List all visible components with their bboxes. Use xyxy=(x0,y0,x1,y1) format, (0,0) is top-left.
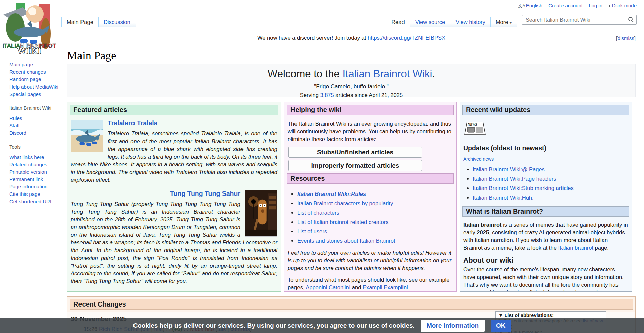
tab-view-history-link[interactable]: View history xyxy=(455,19,485,25)
update-stub-marking-link[interactable]: Italian Brainrot Wiki:Stub marking artic… xyxy=(473,185,574,191)
discord-invite-link[interactable]: https://discord.gg/TZNFEfBPSX xyxy=(368,35,445,41)
wiki-logo[interactable]: ITALIAN BRAINROT WIKI xyxy=(3,1,56,54)
search-bar xyxy=(522,15,637,25)
tab-view-history[interactable]: View history xyxy=(450,17,491,27)
sidebar-item-what-links-here[interactable]: What links here xyxy=(9,154,62,161)
example-pages-text: To understand what most pages should loo… xyxy=(288,276,453,291)
language-link[interactable]: 文AEnglish xyxy=(518,3,542,8)
stubs-unfinished-button[interactable]: Stubs/Unfinished articles xyxy=(288,147,422,158)
sidebar-item-help-mediawiki[interactable]: Help about MediaWiki xyxy=(9,83,62,91)
about-our-wiki-text: Over the course of the meme's lifespan, … xyxy=(463,266,628,292)
list-item: List of users xyxy=(297,228,453,235)
updates-subheading: Updates (oldest to newest) xyxy=(463,144,628,152)
update-page-headers-link[interactable]: Italian Brainrot Wiki:Page headers xyxy=(473,176,556,182)
what-is-text: Italian brainrot is a series of memes th… xyxy=(463,221,628,252)
more-information-button[interactable]: More information xyxy=(421,320,485,332)
improperly-formatted-button[interactable]: Improperly formatted articles xyxy=(288,160,422,171)
list-of-users-link[interactable]: List of users xyxy=(297,228,327,234)
related-creators-link[interactable]: List of Italian brainrot related creator… xyxy=(297,219,388,225)
tab-discussion[interactable]: Discussion xyxy=(98,17,136,27)
sidebar-item-random-page[interactable]: Random page xyxy=(9,76,62,83)
featured-articles-panel: Featured articles Tralalero Tralala Tral… xyxy=(67,102,281,292)
welcome-banner: Welcome to the Italian Brainrot Wiki. "F… xyxy=(67,64,636,97)
featured-articles-header: Featured articles xyxy=(70,105,278,115)
recent-changes-header: Recent Changes xyxy=(70,299,633,310)
exampli-examplini-link[interactable]: Exampli Examplini xyxy=(363,284,408,290)
svg-text:NEWS: NEWS xyxy=(467,123,477,126)
tab-read[interactable]: Read xyxy=(386,17,410,27)
sidebar-item-page-information[interactable]: Page information xyxy=(9,183,62,190)
recent-wiki-updates-panel: Recent wiki updates NEWS Updates (oldest… xyxy=(460,102,632,292)
list-of-characters-link[interactable]: List of characters xyxy=(297,210,339,216)
tralalero-tralala-image[interactable] xyxy=(71,120,103,152)
tralalero-tralala-link[interactable]: Tralalero Tralala xyxy=(108,119,158,127)
sidebar-item-cite-this-page[interactable]: Cite this page xyxy=(9,190,62,198)
sidebar-item-main-page[interactable]: Main page xyxy=(9,61,62,68)
chevron-down-icon: ▾ xyxy=(509,21,512,25)
personal-bar: 文AEnglish Create account Log in ◐Dark mo… xyxy=(513,3,637,9)
sidebar-item-related-changes[interactable]: Related changes xyxy=(9,161,62,168)
view-tabs: Read View source View history More▾ xyxy=(386,17,517,27)
dismiss-link[interactable]: dismiss xyxy=(618,35,634,41)
events-stories-link[interactable]: Events and stories about Italian Brainro… xyxy=(297,238,395,244)
page-title: Main Page xyxy=(67,49,636,65)
what-is-italian-brainrot-header: What is Italian Brainrot? xyxy=(462,206,629,217)
resources-header: Resources xyxy=(287,173,454,184)
tab-main-page[interactable]: Main Page xyxy=(61,17,99,27)
list-item: Italian Brainrot Wiki:Rules xyxy=(297,190,453,198)
update-at-pages-link[interactable]: Italian Brainrot Wiki:@ Pages xyxy=(473,166,545,172)
tab-view-source-link[interactable]: View source xyxy=(415,19,445,25)
list-item: Events and stories about Italian Brainro… xyxy=(297,237,453,245)
list-item: List of characters xyxy=(297,209,453,217)
tab-more-menu[interactable]: More▾ xyxy=(490,17,517,27)
page-tabs: Main Page Discussion xyxy=(61,17,136,27)
wiki-motto: "Frigo Camelo, buffo fardelo." xyxy=(67,83,635,90)
shark-shape xyxy=(14,27,45,37)
tung-tung-tung-sahur-link[interactable]: Tung Tung Tung Sahur xyxy=(170,190,240,198)
recent-wiki-updates-header: Recent wiki updates xyxy=(462,105,629,115)
wiki-home-link[interactable]: Italian Brainrot Wiki xyxy=(342,68,432,80)
list-item: List of Italian brainrot related creator… xyxy=(297,218,453,226)
sidebar-wiki-group: Italian Brainrot Wiki Rules Staff Discor… xyxy=(9,105,62,137)
dark-mode-icon: ◐ xyxy=(608,3,611,8)
archived-news-link[interactable]: Archived news xyxy=(463,156,494,162)
resources-list: Italian Brainrot Wiki:Rules Italian Brai… xyxy=(289,190,453,245)
dark-mode-toggle[interactable]: ◐Dark mode xyxy=(608,3,637,8)
login-link[interactable]: Log in xyxy=(589,3,602,8)
italian-brainrot-link[interactable]: Italian brainrot xyxy=(558,245,593,251)
sidebar-item-special-pages[interactable]: Special pages xyxy=(9,91,62,98)
sidebar-nav-group: Main page Recent changes Random page Hel… xyxy=(9,61,62,98)
characters-by-popularity-link[interactable]: Italian Brainrot characters by popularit… xyxy=(297,200,393,206)
sidebar-item-rules[interactable]: Rules xyxy=(9,115,62,122)
helping-note-text: Feel free to add your own articles or ma… xyxy=(288,249,453,272)
abbreviations-toggle[interactable]: ▼ List of abbreviations: xyxy=(498,313,603,318)
ok-button[interactable]: OK xyxy=(491,320,511,332)
cookie-banner: Cookies help us deliver our services. By… xyxy=(0,318,644,333)
tab-discussion-link[interactable]: Discussion xyxy=(104,19,130,25)
sidebar-item-staff[interactable]: Staff xyxy=(9,122,62,129)
updates-list: Italian Brainrot Wiki:@ Pages Italian Br… xyxy=(465,166,628,202)
sidebar-divider xyxy=(62,27,62,333)
tab-view-source[interactable]: View source xyxy=(410,17,451,27)
sidebar-item-get-shortened-url[interactable]: Get shortened URL xyxy=(9,198,62,205)
list-item: Italian Brainrot Wiki:Huh. xyxy=(473,194,628,202)
sidebar-item-recent-changes[interactable]: Recent changes xyxy=(9,68,62,76)
newspaper-icon: NEWS xyxy=(463,121,487,135)
apponini-catonlini-link[interactable]: Apponini Catonlini xyxy=(306,284,350,290)
sidebar-item-permanent-link[interactable]: Permanent link xyxy=(9,176,62,183)
sidebar-item-discord[interactable]: Discord xyxy=(9,129,62,137)
rules-link[interactable]: Italian Brainrot Wiki:Rules xyxy=(297,191,366,197)
sidebar-item-printable-version[interactable]: Printable version xyxy=(9,168,62,176)
sidebar-tools-group: Tools What links here Related changes Pr… xyxy=(9,144,62,205)
sidebar-group-title-tools: Tools xyxy=(9,144,53,151)
create-account-link[interactable]: Create account xyxy=(548,3,583,8)
article-count-link[interactable]: 3,875 xyxy=(320,92,334,98)
about-our-wiki-heading: About our wiki xyxy=(463,257,628,264)
search-input[interactable] xyxy=(522,15,637,25)
tung-tung-tung-sahur-image[interactable] xyxy=(245,190,277,237)
update-huh-link[interactable]: Italian Brainrot Wiki:Huh. xyxy=(473,195,534,201)
cookie-message: Cookies help us deliver our services. By… xyxy=(133,322,414,329)
tab-bar-underline xyxy=(62,27,644,27)
search-icon[interactable] xyxy=(628,17,634,23)
dismiss-notice: [dismiss] xyxy=(616,35,636,41)
